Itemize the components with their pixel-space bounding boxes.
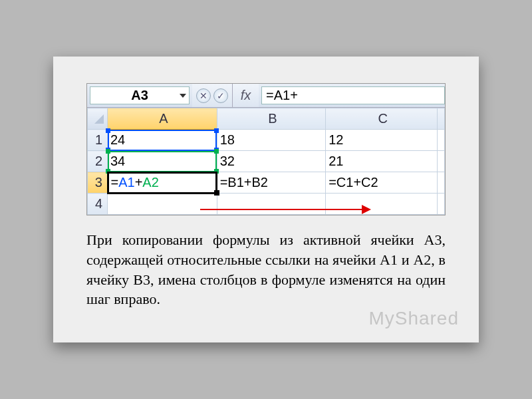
row-header-2[interactable]: 2: [88, 151, 108, 172]
cell-a1[interactable]: 24: [108, 130, 217, 151]
svg-marker-0: [94, 114, 104, 124]
cell-b4[interactable]: [217, 194, 326, 215]
cell-d3[interactable]: [438, 172, 445, 194]
cell-a1-value: 24: [110, 132, 125, 147]
cell-c3[interactable]: =C1+C2: [326, 172, 438, 194]
cell-a2-value: 34: [110, 154, 125, 168]
name-box-value: A3: [131, 88, 148, 103]
confirm-icon[interactable]: ✓: [213, 88, 228, 103]
fx-label: fx: [241, 88, 251, 103]
copy-arrow-head-icon: [362, 205, 371, 214]
cell-b3[interactable]: =B1+B2: [217, 172, 326, 194]
formula-input[interactable]: =A1+: [261, 86, 445, 104]
cell-d2[interactable]: [438, 151, 445, 172]
cell-c2[interactable]: 21: [326, 151, 438, 172]
cancel-icon[interactable]: ✕: [196, 88, 211, 103]
fx-button[interactable]: fx: [232, 84, 259, 107]
cell-a3-formula: =A1+A2: [111, 175, 159, 190]
dropdown-icon[interactable]: [180, 94, 186, 98]
cell-a4[interactable]: [108, 194, 217, 215]
fill-handle[interactable]: [214, 190, 219, 196]
row-header-3[interactable]: 3: [88, 172, 108, 194]
col-header-b[interactable]: B: [217, 108, 326, 130]
col-header-blank[interactable]: [438, 108, 445, 130]
excel-screenshot: A3 ✕ ✓ fx =A1+ A B: [86, 83, 446, 215]
cell-b2[interactable]: 32: [217, 151, 326, 172]
row-header-4[interactable]: 4: [88, 194, 108, 215]
col-header-a[interactable]: A: [108, 108, 217, 130]
slide-container: A3 ✕ ✓ fx =A1+ A B: [53, 57, 479, 342]
copy-arrow-line: [200, 209, 363, 210]
caption-text: При копировании формулы из активной ячей…: [86, 230, 446, 309]
formula-buttons: ✕ ✓: [192, 84, 232, 107]
cell-b1[interactable]: 18: [217, 130, 326, 151]
cell-c4[interactable]: [326, 194, 438, 215]
cell-d1[interactable]: [438, 130, 445, 151]
select-all-corner[interactable]: [88, 108, 108, 130]
spreadsheet-grid: A B C 1 24 18 12 2: [87, 108, 445, 215]
cells-table: A B C 1 24 18 12 2: [87, 108, 445, 215]
cell-d4[interactable]: [438, 194, 445, 215]
row-header-1[interactable]: 1: [88, 130, 108, 151]
watermark-text: MyShared: [368, 308, 459, 329]
formula-bar: A3 ✕ ✓ fx =A1+: [87, 84, 445, 108]
cell-a2[interactable]: 34: [108, 151, 217, 172]
formula-text: =A1+: [266, 88, 298, 103]
name-box[interactable]: A3: [90, 86, 190, 104]
cell-a3[interactable]: =A1+A2: [108, 172, 217, 194]
cell-c1[interactable]: 12: [326, 130, 438, 151]
col-header-c[interactable]: C: [326, 108, 438, 130]
